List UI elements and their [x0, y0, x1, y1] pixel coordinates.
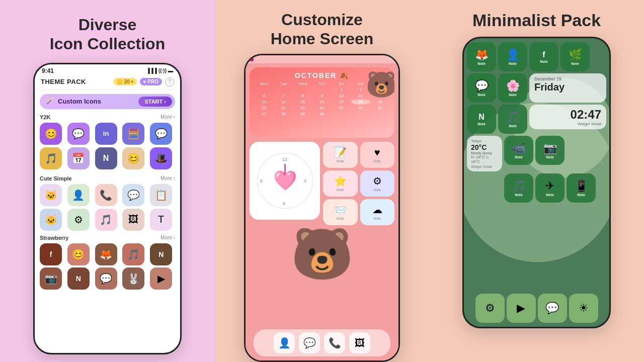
st-icon-1[interactable]: f [40, 243, 62, 265]
spacer-bottom [467, 205, 606, 290]
center-title: Customize Home Screen [271, 10, 374, 49]
cs-icon-8[interactable]: 🎵 [95, 209, 117, 231]
custom-icons-label: Custom Icons [58, 98, 101, 105]
dock-icon-3[interactable]: 📞 [324, 332, 345, 353]
signal-icon: ▐▐▐ [146, 68, 157, 73]
y2k-icon-8[interactable]: N [95, 147, 117, 169]
cs-icon-2[interactable]: 👤 [67, 184, 90, 206]
st-icon-9[interactable]: 🐰 [122, 267, 144, 290]
dock-icon-1[interactable]: 👤 [274, 332, 295, 353]
calendar-widget: OCTOBER 🍂 MonTueWedThuFriSatSun 123 6789… [250, 67, 394, 138]
y2k-icon-1[interactable]: 😊 [40, 123, 62, 145]
st-icon-5[interactable]: N [150, 243, 172, 265]
cs-icon-9[interactable]: 🖼 [122, 209, 144, 231]
right-netflix-icon[interactable]: NNote [467, 105, 496, 134]
custom-icons-bar[interactable]: 🪄 Custom Icons START › [40, 94, 175, 109]
app-icon-note-1[interactable]: 📝Note [323, 142, 358, 168]
st-icon-4[interactable]: 🎵 [122, 243, 144, 265]
st-icon-8[interactable]: 💬 [95, 267, 117, 290]
right-row-1: 🦊Note 👤Note fNote 🌿Note [467, 42, 606, 71]
coin-label: 🪙 20 [117, 79, 130, 84]
strawberry-grid-2: 📷 N 💬 🐰 ▶ [40, 267, 175, 290]
clock-app-row: 12 3 6 9 🩷 📝Note [250, 142, 394, 225]
cs-icon-1[interactable]: 🐱 [40, 184, 62, 206]
widget-small-2: Widget Small [471, 165, 498, 168]
y2k-icon-3[interactable]: in [95, 123, 117, 145]
y2k-header: Y2K More › [40, 114, 175, 120]
y2k-icon-10[interactable]: 🎩 [150, 147, 172, 169]
app-icon-telegram[interactable]: 📨Note [323, 199, 358, 225]
dock: 👤 💬 📞 🖼 [254, 329, 390, 356]
start-button[interactable]: START › [138, 97, 172, 107]
cute-simple-more[interactable]: More › [160, 175, 175, 181]
status-time: 9:41 [42, 67, 54, 74]
y2k-icon-7[interactable]: 📅 [67, 147, 90, 169]
right-reddit-icon[interactable]: 🦊Note [467, 42, 496, 71]
right-messenger-icon[interactable]: 💬Note [467, 73, 496, 103]
y2k-icon-2[interactable]: 💬 [67, 123, 90, 145]
right-title: Minimalist Pack [472, 10, 601, 31]
cute-simple-section: Cute Simple More › 🐱 👤 📞 💬 📋 🐱 ⚙ 🎵 🖼 T [35, 173, 180, 231]
app-icon-heart[interactable]: ♥Note [360, 142, 395, 168]
dock-gear[interactable]: ⚙ [475, 294, 505, 323]
left-title: Diverse Icon Collection [50, 15, 165, 54]
app-icon-chrome[interactable]: ⚙Note [360, 170, 395, 197]
st-icon-6[interactable]: 📷 [40, 267, 62, 290]
right-insta-icon[interactable]: 📷Note [535, 136, 565, 165]
help-button[interactable]: ? [165, 77, 174, 86]
weather-detail: H: 24°C L: 18°C [471, 155, 498, 164]
right-flower-icon[interactable]: 🌸Note [498, 73, 527, 103]
right-tiktok-icon[interactable]: 🎵Note [498, 105, 527, 134]
cs-icon-6[interactable]: 🐱 [40, 209, 62, 231]
date-label: December 29 [534, 76, 601, 81]
cs-icon-3[interactable]: 📞 [95, 184, 117, 206]
dock-play[interactable]: ▶ [507, 294, 536, 323]
st-icon-10[interactable]: ▶ [150, 267, 172, 290]
right-spotify-icon[interactable]: 🎵Note [504, 173, 533, 203]
st-icon-7[interactable]: N [67, 267, 90, 290]
app-icon-star[interactable]: ⭐Note [323, 170, 358, 197]
dock-icon-4[interactable]: 🖼 [349, 332, 370, 353]
center-panel: Customize Home Screen OCTOBER 🍂 MonTueWe… [215, 0, 429, 362]
battery-icon: ▬ [168, 68, 173, 73]
right-fb-icon[interactable]: fNote [529, 42, 558, 71]
y2k-icon-5[interactable]: 💬 [150, 123, 172, 145]
y2k-icon-4[interactable]: 🧮 [122, 123, 144, 145]
right-contact-icon[interactable]: 👤Note [498, 42, 527, 71]
cs-icon-7[interactable]: ⚙ [67, 209, 90, 231]
strawberry-title: Strawberry [40, 235, 68, 241]
clock-face: 12 3 6 9 🩷 [256, 152, 314, 210]
strawberry-grid-1: f 😊 🦊 🎵 N [40, 243, 175, 265]
day-label: Friday [534, 81, 601, 93]
temp-label: 20°C [471, 143, 498, 151]
right-row-2: 💬Note 🌸Note December 29 Friday [467, 73, 606, 103]
right-send-icon[interactable]: ✈Note [535, 173, 565, 203]
right-row-5: 🎵Note ✈Note 📱Note [467, 173, 606, 203]
time-widget: 02:47 Widget Small [529, 105, 606, 129]
st-icon-2[interactable]: 😊 [67, 243, 90, 265]
dock-sun[interactable]: ☀ [569, 294, 598, 323]
weather-desc: Mostly Sunny [471, 151, 498, 155]
cs-icon-10[interactable]: T [150, 209, 172, 231]
center-mini-bar [246, 55, 398, 63]
bottom-dock: ⚙ ▶ 💬 ☀ [467, 294, 606, 323]
dock-chat[interactable]: 💬 [538, 294, 567, 323]
right-video-icon[interactable]: 📹Note [504, 136, 533, 165]
cute-simple-grid: 🐱 👤 📞 💬 📋 🐱 ⚙ 🎵 🖼 T [40, 184, 175, 231]
right-extra-icon[interactable]: 📱Note [567, 173, 596, 203]
left-phone: 9:41 ▐▐▐ ((·)) ▬ THEME PACK 🪙 20 + ♥ PRO… [33, 63, 182, 354]
right-phone-inner: 🦊Note 👤Note fNote 🌿Note 💬Note 🌸Note Dece… [464, 38, 609, 327]
y2k-more[interactable]: More › [160, 114, 175, 120]
y2k-icon-9[interactable]: 😊 [122, 147, 144, 169]
right-leaf-icon[interactable]: 🌿Note [560, 42, 590, 71]
city-label: Tokyo [471, 139, 498, 143]
cs-icon-5[interactable]: 📋 [150, 184, 172, 206]
app-icon-cloud[interactable]: ☁Note [360, 199, 395, 225]
dock-icon-2[interactable]: 💬 [299, 332, 320, 353]
y2k-icon-6[interactable]: 🎵 [40, 147, 62, 169]
cs-icon-4[interactable]: 💬 [122, 184, 144, 206]
st-icon-3[interactable]: 🦊 [95, 243, 117, 265]
magic-icon: 🪄 [45, 97, 55, 106]
widget-small-label: Widget Small [534, 122, 601, 126]
strawberry-more[interactable]: More › [160, 235, 175, 240]
